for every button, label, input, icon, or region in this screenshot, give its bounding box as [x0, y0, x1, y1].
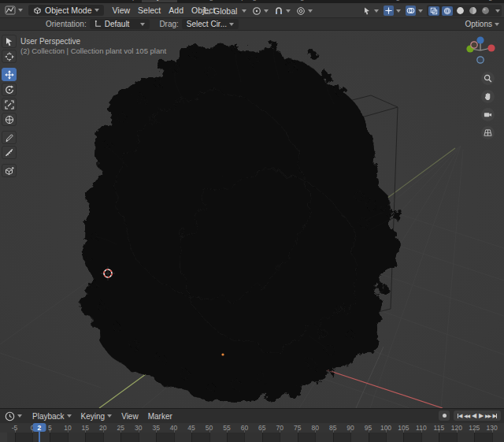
transform-orientation-dropdown[interactable]: Global — [202, 6, 247, 16]
move-tool[interactable] — [2, 68, 17, 81]
pointer-icon — [362, 6, 372, 16]
timeline-tracks[interactable] — [0, 433, 504, 442]
pivot-point-dropdown[interactable] — [251, 6, 269, 16]
current-frame-badge[interactable]: 2 — [32, 423, 46, 432]
chevron-down-icon — [140, 23, 145, 26]
chevron-down-icon — [286, 9, 291, 13]
timeline-menu-marker[interactable]: Marker — [143, 412, 177, 421]
workspace-tab-compositing[interactable]: Compositing — [499, 0, 504, 2]
play-button[interactable]: ▶ — [477, 410, 484, 421]
timeline-editor: PlaybackKeyingViewMarker ◀◀◀◀▶▶▶▶ -50510… — [0, 408, 504, 442]
chevron-down-icon — [94, 9, 99, 12]
scale-tool[interactable] — [2, 98, 17, 111]
auto-keying-button[interactable] — [439, 410, 450, 421]
rotate-tool[interactable] — [2, 83, 17, 96]
timeline-menu-view[interactable]: View — [117, 412, 143, 421]
workspace-tab-modeling[interactable]: Modeling — [177, 0, 220, 2]
timeline-editor-type-button[interactable] — [4, 411, 23, 422]
workspace-tab-uv-editing[interactable]: UV Editing — [264, 0, 312, 2]
menu-view[interactable]: View — [109, 6, 135, 15]
object-type-visibility-dropdown[interactable] — [361, 6, 380, 16]
orientation-default-value: Default — [105, 20, 130, 28]
add-cube-tool[interactable] — [2, 164, 17, 177]
viewport-nav-buttons — [481, 72, 495, 139]
proportional-editing-dropdown[interactable] — [295, 6, 313, 16]
play-reverse-button[interactable]: ◀ — [470, 410, 477, 421]
mode-dropdown[interactable]: Object Mode — [28, 5, 104, 16]
topbar-menu-help[interactable]: Help — [117, 0, 143, 1]
options-dropdown[interactable]: Options — [465, 20, 499, 28]
playhead[interactable] — [39, 432, 40, 442]
grid-line — [356, 347, 384, 408]
prev-keyframe-button[interactable]: ◀◀ — [463, 410, 470, 421]
cursor-tool[interactable] — [2, 50, 17, 63]
topbar-menu-edit[interactable]: Edit — [23, 0, 46, 1]
editor-type-button[interactable] — [4, 6, 24, 15]
navigation-gizmo[interactable] — [463, 34, 498, 67]
workspace-tab-texture-paint[interactable]: Texture Paint — [311, 0, 367, 2]
perspective-toggle-button[interactable] — [481, 126, 495, 139]
transport-controls: ◀◀◀◀▶▶▶▶ — [454, 410, 501, 421]
zoom-button[interactable] — [481, 72, 495, 85]
shading-mode-group — [427, 5, 502, 17]
hand-icon — [484, 92, 492, 101]
timeline-ruler[interactable]: -505101520253035404550556065707580859095… — [0, 423, 504, 433]
active-object-text: (2) Collection | Collection plant vol 10… — [20, 46, 166, 56]
camera-icon — [484, 110, 492, 119]
gizmo-toggle[interactable] — [383, 6, 402, 16]
tool-shelf — [2, 35, 17, 177]
next-keyframe-button[interactable]: ▶▶ — [484, 410, 491, 421]
timeline-menu-keying[interactable]: Keying — [76, 412, 117, 421]
axis-neg-x-ball[interactable] — [471, 42, 477, 48]
transform-tool[interactable] — [2, 113, 17, 126]
viewport-grid-icon — [5, 6, 16, 15]
timeline-menu-playback[interactable]: Playback — [28, 412, 76, 421]
shading-solid-button[interactable] — [455, 6, 465, 15]
orientation-axes-icon — [203, 7, 211, 15]
viewport-header: Object Mode ViewSelectAddObject Global — [0, 3, 504, 18]
chevron-down-icon — [264, 9, 269, 13]
xray-icon — [430, 7, 438, 15]
topbar-menu-render[interactable]: Render — [46, 0, 80, 1]
viewport-3d[interactable]: User Perspective (2) Collection | Collec… — [0, 31, 504, 408]
overlay-toggle[interactable] — [405, 6, 424, 16]
menu-select[interactable]: Select — [134, 6, 165, 15]
workspace-tab-rendering[interactable]: Rendering — [453, 0, 500, 2]
chevron-down-icon — [308, 9, 313, 13]
orientation-axes-icon — [94, 20, 102, 28]
workspace-tab-animation[interactable]: Animation — [407, 0, 453, 2]
pan-button[interactable] — [481, 90, 495, 103]
axis-neg-z-ball[interactable] — [477, 57, 484, 63]
snapping-dropdown[interactable] — [273, 6, 291, 16]
chevron-down-icon — [18, 9, 23, 12]
timeline-corner — [0, 433, 7, 442]
orientation-default-dropdown[interactable]: Default — [90, 19, 150, 29]
shading-wireframe-button[interactable] — [442, 6, 453, 16]
gizmo-icon — [384, 6, 393, 15]
menu-add[interactable]: Add — [165, 6, 187, 15]
camera-view-button[interactable] — [481, 108, 495, 121]
wireframe-sphere-icon — [443, 7, 451, 15]
annotate-tool[interactable] — [2, 131, 17, 144]
select-box-tool[interactable] — [2, 35, 17, 48]
shading-rendered-button[interactable] — [480, 6, 491, 15]
workspace-tab-sculpting[interactable]: Sculpting — [220, 0, 264, 2]
topbar-menu-window[interactable]: Window — [80, 0, 117, 1]
shading-material-button[interactable] — [468, 6, 478, 15]
measure-tool[interactable] — [2, 146, 17, 159]
topbar-menu-file[interactable]: File — [0, 0, 23, 1]
axis-z-ball[interactable] — [476, 36, 484, 43]
timeline-menus: PlaybackKeyingViewMarker — [28, 412, 177, 421]
viewport-scene — [0, 31, 504, 408]
material-sphere-icon — [469, 6, 477, 15]
workspace-tab-shading[interactable]: Shading — [367, 0, 407, 2]
overlapping-circles-icon — [406, 6, 415, 15]
axis-x-ball[interactable] — [487, 44, 495, 51]
xray-toggle[interactable] — [428, 6, 439, 16]
plant-object[interactable] — [82, 41, 403, 399]
drag-mode-dropdown[interactable]: Select Cir... — [182, 19, 239, 29]
jump-end-button[interactable]: ▶ — [491, 410, 498, 421]
workspace-tab-layout[interactable]: Layout — [142, 0, 177, 2]
jump-start-button[interactable]: ◀ — [456, 410, 463, 421]
shading-dropdown-icon[interactable] — [495, 9, 500, 13]
